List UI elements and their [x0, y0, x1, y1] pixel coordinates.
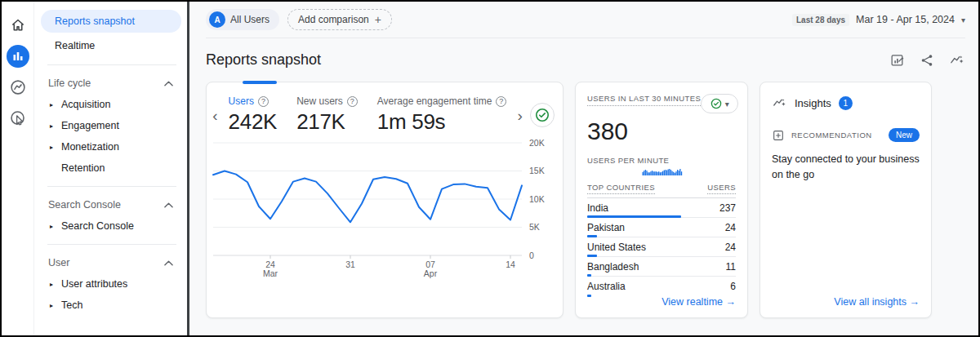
nav-rail — [2, 2, 34, 335]
date-range-picker[interactable]: Last 28 days Mar 19 - Apr 15, 2024 ▾ — [792, 14, 965, 26]
sidebar-item-label: Monetization — [61, 141, 119, 153]
dropdown-caret-icon: ▾ — [961, 16, 965, 24]
country-row: Pakistan24 — [587, 218, 736, 237]
dropdown-caret-icon: ▾ — [725, 100, 729, 109]
share-icon[interactable] — [920, 53, 934, 68]
metric-value: 1m 59s — [377, 109, 507, 135]
metric-users[interactable]: Users ? 242K — [229, 95, 278, 135]
expand-arrow-icon[interactable]: ▸ — [47, 223, 56, 230]
sidebar-item-label: User attributes — [61, 278, 127, 290]
users-col-header[interactable]: USERS — [707, 183, 736, 194]
svg-text:20K: 20K — [529, 138, 545, 148]
sidebar-item-realtime[interactable]: Realtime — [41, 34, 181, 57]
all-users-chip[interactable]: A All Users — [206, 9, 279, 30]
users-per-minute-chart — [587, 169, 737, 175]
customize-report-icon[interactable] — [889, 52, 905, 68]
section-label: Life cycle — [48, 78, 91, 89]
country-users: 11 — [726, 261, 736, 273]
reports-selected-circle — [7, 45, 29, 68]
help-icon[interactable]: ? — [258, 96, 269, 107]
chevron-up-icon — [164, 81, 173, 86]
chevron-left-icon[interactable]: ‹ — [212, 108, 219, 123]
country-name: Pakistan — [587, 222, 625, 233]
metric-label: Users — [229, 95, 254, 107]
country-bar — [587, 295, 591, 297]
sidebar-scrollbar[interactable] — [187, 2, 189, 335]
recommendation-message[interactable]: Stay connected to your business on the g… — [772, 152, 920, 183]
date-range-text: Mar 19 - Apr 15, 2024 — [856, 14, 955, 25]
sidebar-item-retention[interactable]: Retention — [34, 157, 189, 179]
sidebar-item-monetization[interactable]: ▸Monetization — [34, 136, 189, 157]
realtime-users-value: 380 — [587, 118, 736, 145]
sidebar-item-user-attributes[interactable]: ▸User attributes — [34, 273, 189, 295]
country-row: Australia6 — [587, 277, 736, 296]
arrow-right-icon: → — [910, 296, 920, 308]
country-name: United States — [587, 242, 646, 253]
reports-icon[interactable] — [5, 41, 31, 72]
sidebar-item-tech[interactable]: ▸Tech — [34, 295, 189, 316]
view-all-insights-link[interactable]: View all insights → — [772, 296, 920, 308]
sidebar-section-life-cycle[interactable]: Life cycle — [34, 73, 189, 94]
explore-icon[interactable] — [5, 72, 31, 103]
country-name: Bangladesh — [587, 261, 639, 273]
svg-text:Apr: Apr — [424, 268, 438, 278]
insights-sparkle-icon[interactable] — [949, 52, 965, 68]
metric-value: 217K — [296, 109, 358, 135]
sidebar-item-label: Acquisition — [61, 99, 110, 110]
realtime-title: USERS IN LAST 30 MINUTES — [587, 94, 701, 106]
expand-arrow-icon[interactable]: ▸ — [47, 302, 56, 309]
expand-arrow-icon[interactable]: ▸ — [47, 122, 56, 130]
countries-table-header: TOP COUNTRIES USERS — [587, 183, 736, 198]
chevron-right-icon[interactable]: › — [516, 108, 523, 123]
metric-avg-engagement-time[interactable]: Average engagement time ? 1m 59s — [377, 95, 507, 135]
expand-arrow-icon[interactable]: ▸ — [47, 144, 56, 151]
help-icon[interactable]: ? — [347, 96, 358, 107]
date-preset-badge: Last 28 days — [792, 14, 849, 26]
sidebar-section-search-console[interactable]: Search Console — [34, 194, 189, 215]
view-realtime-link[interactable]: View realtime → — [587, 296, 736, 308]
add-comparison-button[interactable]: Add comparison + — [287, 9, 392, 30]
sidebar-item-label: Search Console — [61, 220, 134, 232]
metric-value: 242K — [229, 109, 278, 135]
page-actions — [889, 52, 965, 68]
users-line-chart: 20K15K10K5K024Mar3107Apr14 — [207, 135, 563, 282]
sidebar-item-engagement[interactable]: ▸Engagement — [34, 115, 189, 136]
help-icon[interactable]: ? — [496, 96, 506, 107]
users-per-minute-label: USERS PER MINUTE — [587, 156, 736, 165]
audience-label: All Users — [230, 14, 270, 25]
svg-text:Mar: Mar — [263, 268, 278, 278]
country-users: 24 — [725, 242, 736, 253]
metric-carousel: ‹ Users ? 242K New users ? 217K — [207, 82, 563, 135]
new-badge: New — [889, 128, 920, 142]
sidebar-section-user[interactable]: User — [34, 252, 189, 273]
countries-table: India237Pakistan24United States24Banglad… — [587, 198, 736, 296]
data-quality-check-button[interactable] — [530, 103, 555, 127]
countries-col-header[interactable]: TOP COUNTRIES — [587, 183, 655, 194]
sidebar-divider — [47, 244, 176, 245]
insights-count-badge: 1 — [839, 96, 853, 110]
section-label: User — [48, 257, 69, 268]
svg-text:15K: 15K — [529, 166, 545, 175]
metric-label: New users — [296, 95, 343, 107]
home-icon[interactable] — [5, 10, 31, 41]
country-row: Bangladesh11 — [587, 257, 736, 277]
section-label: Search Console — [48, 199, 121, 211]
advertising-icon[interactable] — [5, 103, 31, 134]
expand-arrow-icon[interactable]: ▸ — [47, 281, 56, 288]
metric-label: Average engagement time — [377, 95, 492, 107]
sidebar-divider — [47, 64, 176, 65]
expand-arrow-icon[interactable]: ▸ — [47, 101, 56, 109]
svg-text:5K: 5K — [529, 222, 540, 232]
realtime-status-dropdown[interactable]: ▾ — [701, 94, 738, 113]
sidebar-item-reports-snapshot[interactable]: Reports snapshot — [41, 10, 181, 33]
sidebar-item-acquisition[interactable]: ▸Acquisition — [34, 94, 189, 115]
recommendation-label: RECOMMENDATION — [791, 131, 882, 140]
chevron-up-icon — [164, 202, 173, 208]
realtime-card: USERS IN LAST 30 MINUTES ▾ 380 USERS PER… — [575, 82, 748, 318]
metric-new-users[interactable]: New users ? 217K — [296, 95, 358, 135]
sidebar-item-search-console[interactable]: ▸Search Console — [34, 215, 189, 237]
report-nav-sidebar: Reports snapshot Realtime Life cycle▸Acq… — [34, 2, 189, 335]
country-users: 6 — [730, 281, 736, 292]
sidebar-item-label: Reports snapshot — [55, 16, 135, 27]
country-name: Australia — [587, 281, 626, 292]
